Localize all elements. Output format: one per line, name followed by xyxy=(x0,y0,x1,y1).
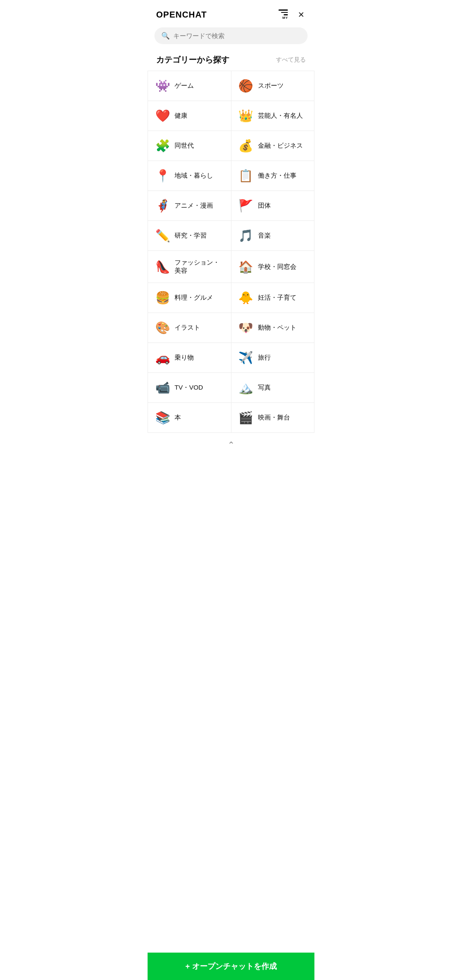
category-item[interactable]: 🍔料理・グルメ xyxy=(148,283,231,313)
close-icon: × xyxy=(298,9,304,21)
category-emoji: 🦸 xyxy=(155,199,170,213)
category-item[interactable]: 🧩同世代 xyxy=(148,131,231,161)
category-item[interactable]: 🎵音楽 xyxy=(231,221,315,251)
category-label: 写真 xyxy=(258,384,271,392)
category-item[interactable]: 📚本 xyxy=(148,403,231,433)
category-label: 動物・ペット xyxy=(258,324,296,332)
close-button[interactable]: × xyxy=(296,7,306,22)
collapse-button[interactable]: ⌃ xyxy=(148,433,314,457)
category-item[interactable]: ❤️健康 xyxy=(148,101,231,131)
category-emoji: 🏠 xyxy=(238,260,254,274)
category-emoji: ❤️ xyxy=(155,109,170,123)
category-label: 働き方・仕事 xyxy=(258,172,296,180)
search-bar[interactable]: 🔍 xyxy=(154,27,308,44)
category-label: スポーツ xyxy=(258,82,284,90)
category-emoji: ✏️ xyxy=(155,229,170,243)
category-label: ゲーム xyxy=(175,82,194,90)
collapse-icon: ⌃ xyxy=(228,440,235,450)
category-label: 本 xyxy=(175,414,181,422)
category-label: ファッション・美容 xyxy=(175,259,224,275)
create-openchat-button[interactable]: + オープンチャットを作成 xyxy=(148,953,314,980)
app-header: OPENCHAT MY × xyxy=(148,0,314,27)
search-input[interactable] xyxy=(173,32,301,39)
category-emoji: 🏔️ xyxy=(238,381,254,395)
category-emoji: 🎬 xyxy=(238,411,254,425)
categories-section-header: カテゴリーから探す すべて見る xyxy=(148,51,314,71)
category-emoji: 🐶 xyxy=(238,321,254,335)
category-item[interactable]: 📍地域・暮らし xyxy=(148,161,231,191)
category-emoji: 🚩 xyxy=(238,199,254,213)
category-emoji: 🍔 xyxy=(155,291,170,305)
category-grid: 👾ゲーム🏀スポーツ❤️健康👑芸能人・有名人🧩同世代💰金融・ビジネス📍地域・暮らし… xyxy=(148,71,314,433)
category-emoji: 📚 xyxy=(155,411,170,425)
category-label: TV・VOD xyxy=(175,384,203,392)
category-emoji: 👠 xyxy=(155,260,170,274)
category-item[interactable]: 💰金融・ビジネス xyxy=(231,131,315,161)
category-label: 学校・同窓会 xyxy=(258,263,296,271)
category-label: 健康 xyxy=(175,112,187,120)
category-label: 音楽 xyxy=(258,232,271,240)
app-logo: OPENCHAT xyxy=(156,10,207,20)
category-item[interactable]: 🏔️写真 xyxy=(231,373,315,403)
category-item[interactable]: 🏀スポーツ xyxy=(231,71,315,101)
category-item[interactable]: 🐶動物・ペット xyxy=(231,313,315,343)
category-label: 地域・暮らし xyxy=(175,172,213,180)
category-item[interactable]: 🚩団体 xyxy=(231,191,315,221)
category-emoji: 👾 xyxy=(155,79,170,93)
category-emoji: 🎵 xyxy=(238,229,254,243)
category-label: 映画・舞台 xyxy=(258,414,290,422)
category-item[interactable]: 🎬映画・舞台 xyxy=(231,403,315,433)
category-emoji: 🏀 xyxy=(238,79,254,93)
category-item[interactable]: 👑芸能人・有名人 xyxy=(231,101,315,131)
category-emoji: 🚗 xyxy=(155,351,170,365)
category-item[interactable]: 👾ゲーム xyxy=(148,71,231,101)
category-emoji: 📍 xyxy=(155,169,170,183)
category-item[interactable]: 👠ファッション・美容 xyxy=(148,251,231,283)
category-label: 同世代 xyxy=(175,142,194,150)
category-label: 旅行 xyxy=(258,354,271,362)
my-menu-button[interactable]: MY xyxy=(277,8,290,21)
category-label: 金融・ビジネス xyxy=(258,142,303,150)
category-item[interactable]: ✈️旅行 xyxy=(231,343,315,373)
category-item[interactable]: 🎨イラスト xyxy=(148,313,231,343)
header-actions: MY × xyxy=(277,7,306,22)
category-item[interactable]: 🦸アニメ・漫画 xyxy=(148,191,231,221)
category-item[interactable]: 📋働き方・仕事 xyxy=(231,161,315,191)
category-item[interactable]: 📹TV・VOD xyxy=(148,373,231,403)
my-label: MY xyxy=(278,16,288,20)
category-label: アニメ・漫画 xyxy=(175,202,213,210)
category-item[interactable]: 🏠学校・同窓会 xyxy=(231,251,315,283)
category-item[interactable]: 🚗乗り物 xyxy=(148,343,231,373)
category-emoji: 📹 xyxy=(155,381,170,395)
category-emoji: 🎨 xyxy=(155,321,170,335)
category-label: 研究・学習 xyxy=(175,232,207,240)
category-label: イラスト xyxy=(175,324,200,332)
my-menu-icon xyxy=(278,9,288,15)
category-label: 芸能人・有名人 xyxy=(258,112,303,120)
category-label: 妊活・子育て xyxy=(258,294,296,302)
category-label: 団体 xyxy=(258,202,271,210)
category-emoji: 🐥 xyxy=(238,291,254,305)
category-label: 料理・グルメ xyxy=(175,294,213,302)
category-emoji: 💰 xyxy=(238,139,254,153)
categories-title: カテゴリーから探す xyxy=(156,54,229,66)
search-icon: 🔍 xyxy=(161,32,170,40)
see-all-button[interactable]: すべて見る xyxy=(276,56,306,64)
category-emoji: 👑 xyxy=(238,109,254,123)
category-item[interactable]: ✏️研究・学習 xyxy=(148,221,231,251)
category-emoji: 🧩 xyxy=(155,139,170,153)
category-item[interactable]: 🐥妊活・子育て xyxy=(231,283,315,313)
category-emoji: 📋 xyxy=(238,169,254,183)
category-label: 乗り物 xyxy=(175,354,194,362)
category-emoji: ✈️ xyxy=(238,351,254,365)
